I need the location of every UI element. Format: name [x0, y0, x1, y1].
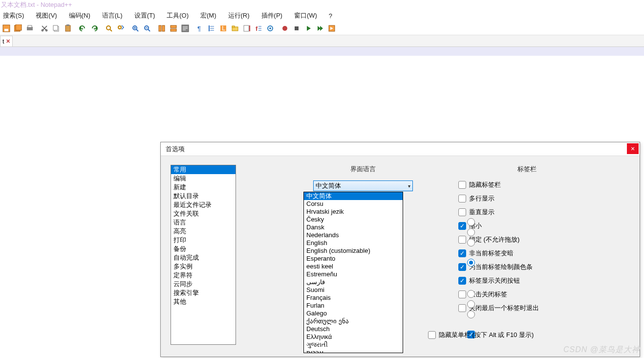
language-dropdown[interactable]: 中文简体CorsuHrvatski jezikČeskyDanskNederla… — [303, 192, 403, 353]
category-item[interactable]: 语言 — [171, 218, 236, 227]
category-item[interactable]: 新建 — [171, 183, 236, 192]
language-option[interactable]: Français — [304, 294, 403, 302]
sync-h-icon[interactable] — [168, 23, 179, 34]
category-item[interactable]: 云同步 — [171, 280, 236, 289]
language-option[interactable]: فارسی — [304, 278, 403, 286]
menu-search[interactable]: 搜索(S) — [0, 10, 27, 21]
indent-guide-icon[interactable] — [206, 23, 217, 34]
language-option[interactable]: Esperanto — [304, 255, 403, 263]
language-option[interactable]: Suomi — [304, 286, 403, 294]
menu-macro[interactable]: 宏(M) — [197, 10, 219, 21]
copy-icon[interactable] — [51, 23, 62, 34]
paste-icon[interactable] — [63, 23, 73, 34]
language-option[interactable]: Estremeñu — [304, 270, 403, 278]
wrap-icon[interactable] — [180, 23, 191, 34]
language-option[interactable]: English (customizable) — [304, 247, 403, 255]
language-option[interactable]: ქართული ენა — [304, 317, 403, 325]
document-tab[interactable]: t ✕ — [0, 36, 13, 46]
undo-icon[interactable] — [77, 23, 88, 34]
checkbox[interactable] — [458, 236, 466, 244]
checkbox[interactable] — [458, 208, 466, 216]
hide-menubar-checkbox[interactable] — [428, 331, 436, 339]
category-item[interactable]: 自动完成 — [171, 253, 236, 262]
category-item[interactable]: 备份 — [171, 245, 236, 253]
language-option[interactable]: Nederlands — [304, 231, 403, 239]
sync-icon[interactable] — [156, 23, 167, 34]
menu-settings[interactable]: 设置(T) — [131, 10, 158, 21]
checkbox[interactable] — [458, 195, 466, 202]
language-option[interactable]: 中文简体 — [304, 192, 403, 200]
language-option[interactable]: Česky — [304, 216, 403, 224]
radio-peek[interactable] — [467, 300, 475, 308]
stop-icon[interactable] — [291, 23, 302, 34]
editor-current-line[interactable] — [0, 47, 644, 56]
menu-window[interactable]: 窗口(W) — [291, 10, 320, 21]
category-item[interactable]: 其他 — [171, 297, 236, 306]
menu-plugins[interactable]: 插件(P) — [258, 10, 285, 21]
category-list[interactable]: 常用编辑新建默认目录最近文件记录文件关联语言高亮打印备份自动完成多实例定界符云同… — [171, 165, 236, 345]
menu-help[interactable]: ? — [326, 11, 335, 21]
save-all-icon[interactable] — [13, 23, 23, 34]
category-item[interactable]: 高亮 — [171, 227, 236, 236]
language-option[interactable]: עברית — [304, 349, 403, 353]
zoom-out-icon[interactable] — [142, 23, 152, 34]
category-item[interactable]: 文件关联 — [171, 209, 236, 218]
tab-close-icon[interactable]: ✕ — [6, 38, 10, 45]
checkbox[interactable] — [458, 249, 466, 257]
show-para-icon[interactable]: ¶ — [194, 23, 205, 34]
category-item[interactable]: 常用 — [171, 165, 236, 174]
user-lang-icon[interactable]: L — [218, 23, 229, 34]
find-icon[interactable] — [104, 23, 114, 34]
language-option[interactable]: Hrvatski jezik — [304, 208, 403, 216]
menu-view[interactable]: 视图(V) — [33, 10, 60, 21]
category-item[interactable]: 最近文件记录 — [171, 201, 236, 209]
menu-tools[interactable]: 工具(O) — [164, 10, 192, 21]
save-icon[interactable] — [1, 23, 12, 34]
category-item[interactable]: 搜索引擎 — [171, 289, 236, 297]
menu-language[interactable]: 语言(L) — [99, 10, 126, 21]
doc-map-icon[interactable] — [241, 23, 252, 34]
radio-peek[interactable] — [467, 228, 475, 236]
language-option[interactable]: Furlan — [304, 302, 403, 310]
language-option[interactable]: eesti keel — [304, 263, 403, 270]
checkbox[interactable] — [458, 277, 466, 285]
radio-peek[interactable] — [467, 290, 475, 298]
radio-peek[interactable] — [467, 259, 475, 267]
cut-icon[interactable] — [39, 23, 50, 34]
category-item[interactable]: 默认目录 — [171, 192, 236, 201]
radio-peek[interactable] — [467, 311, 475, 318]
language-option[interactable]: Deutsch — [304, 325, 403, 333]
radio-peek[interactable] — [467, 218, 475, 226]
language-option[interactable]: ગુજરાતી — [304, 341, 403, 349]
category-item[interactable]: 编辑 — [171, 174, 236, 183]
monitor-icon[interactable] — [265, 23, 276, 34]
redo-icon[interactable] — [89, 23, 100, 34]
checkbox[interactable] — [458, 181, 466, 189]
language-combo[interactable]: 中文简体 ▾ — [313, 180, 413, 191]
category-item[interactable]: 打印 — [171, 236, 236, 245]
dialog-close-button[interactable]: × — [627, 143, 639, 154]
record-icon[interactable] — [279, 23, 290, 34]
checkbox[interactable] — [458, 304, 466, 312]
replace-icon[interactable] — [115, 23, 126, 34]
language-option[interactable]: Galego — [304, 310, 403, 317]
language-option[interactable]: Dansk — [304, 224, 403, 231]
menu-encoding[interactable]: 编码(N) — [66, 10, 93, 21]
folder-icon[interactable] — [230, 23, 240, 34]
language-option[interactable]: Corsu — [304, 200, 403, 208]
language-option[interactable]: English — [304, 239, 403, 247]
func-list-icon[interactable]: f — [253, 23, 264, 34]
play-icon[interactable] — [303, 23, 314, 34]
category-item[interactable]: 多实例 — [171, 262, 236, 271]
checkbox[interactable] — [458, 222, 466, 230]
checkbox[interactable] — [458, 263, 466, 271]
category-item[interactable]: 定界符 — [171, 271, 236, 280]
save-macro-icon[interactable] — [326, 23, 337, 34]
print-icon[interactable] — [24, 23, 35, 34]
checkbox[interactable] — [458, 291, 466, 298]
menu-run[interactable]: 运行(R) — [225, 10, 253, 21]
language-option[interactable]: Ελληνικά — [304, 333, 403, 341]
zoom-in-icon[interactable] — [130, 23, 141, 34]
radio-peek[interactable] — [467, 239, 475, 246]
play-multi-icon[interactable] — [315, 23, 325, 34]
